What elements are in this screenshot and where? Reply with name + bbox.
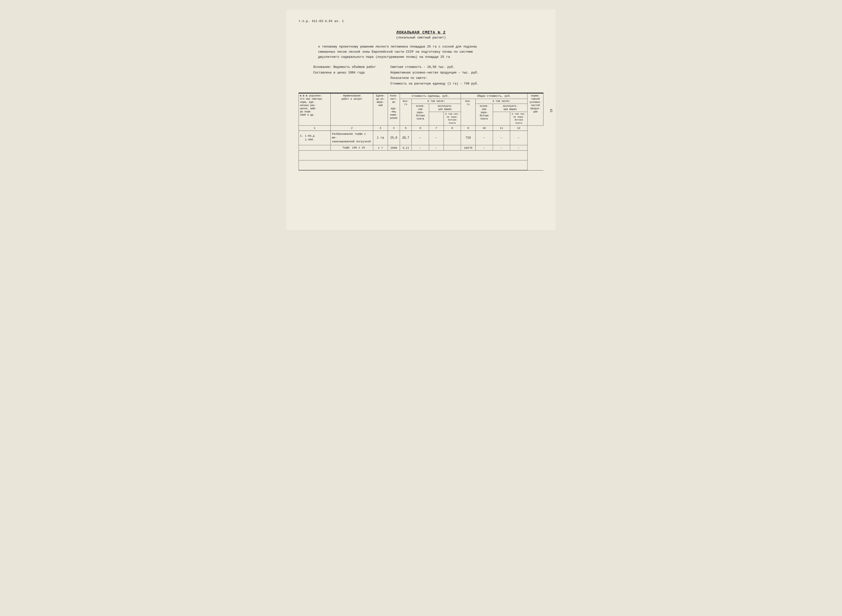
row2-col5: 4,11	[400, 145, 412, 151]
main-table: № № № укрупнен-н/п ных сметныхнорм, еди-…	[299, 93, 543, 170]
row2-col12: –	[510, 145, 528, 151]
row2-col10: –	[475, 145, 493, 151]
row2-col3: 1 т	[373, 145, 388, 151]
col-header-6: в том числе:	[412, 99, 461, 104]
meta-year: Составлена в ценах 1984 года	[313, 70, 376, 76]
main-table-wrapper: № № № укрупнен-н/п ных сметныхнорм, еди-…	[299, 92, 543, 170]
table-header-row: № № № укрупнен-н/п ных сметныхнорм, еди-…	[299, 93, 543, 99]
col-num-6: 6	[412, 126, 429, 131]
col-num-11: 11	[493, 126, 510, 131]
row1-col11: –	[493, 131, 510, 145]
row1-col5: 28,7	[400, 131, 412, 145]
col-header-11: эксплуата-ции машин	[493, 104, 527, 112]
col-header-7: эксплуата-ция машин	[429, 104, 461, 112]
meta-left: Основание: Ведомость объёмов работ Соста…	[313, 65, 376, 87]
row2-col7: –	[429, 145, 444, 151]
meta-unit-cost: Стоимость на расчетную единицу (1 га) – …	[390, 81, 478, 87]
description-line2: смешанных лесов лесной зоны Европейской …	[318, 50, 473, 54]
row2-col2: Торф: 100 х 25	[331, 145, 373, 151]
col-header-norm: норма-тивнойусловно-чистойпродук-ции	[527, 93, 543, 125]
row1-col12: –	[510, 131, 528, 145]
col-num-10: 10	[475, 126, 493, 131]
col-num-8: 8	[443, 126, 461, 131]
col-num-9: 9	[461, 126, 475, 131]
table-row: Торф: 100 х 25 1 т 2500 4,11 – – 10275 –…	[299, 145, 543, 151]
row2-col9: 10275	[461, 145, 475, 151]
col-header-cost-unit: Стоимость единицы, руб.	[400, 93, 461, 99]
document-reference: т.п.р. 411-03-4.84 ал. 1	[299, 20, 543, 23]
table-row-empty	[299, 151, 543, 160]
col-header-5: все-го	[400, 99, 412, 125]
table-col-numbers: 1 2 3 4 5 6 7 8 9 10 11 12	[299, 126, 543, 131]
row1-col4: 25,0	[388, 131, 400, 145]
col-num-12: 12	[510, 126, 528, 131]
col-header-12: в том чис-ле зара-ботнаяплата	[510, 112, 528, 125]
row1-col6: –	[412, 131, 429, 145]
col-num-1: 1	[299, 126, 331, 131]
meta-indicators: Показатели по смете:	[390, 75, 478, 81]
page: т.п.р. 411-03-4.84 ал. 1 ЛОКАЛЬНАЯ СМЕТА…	[286, 10, 556, 230]
table-row-empty-2	[299, 160, 543, 170]
row2-col11: –	[493, 145, 510, 151]
col-header-cost-total: Общая стоимость, руб.	[461, 93, 527, 99]
meta-basis: Основание: Ведомость объёмов работ	[313, 65, 376, 70]
col-num-2: 2	[331, 126, 373, 131]
row1-col8	[443, 131, 461, 145]
col-header-4: Коли-чест-воеди-ницизме-рения	[388, 93, 400, 125]
col-num-5: 5	[400, 126, 412, 131]
page-number: 19	[550, 109, 553, 112]
col-header-7a	[429, 112, 444, 125]
col-num-7: 7	[429, 126, 444, 131]
meta-cost: Сметная стоимость – 18,50 тыс. руб.	[390, 65, 478, 70]
col-header-6a: основ-наязара-ботнаяплата	[412, 104, 429, 125]
col-num-3: 3	[373, 126, 388, 131]
row1-col2: Разбрасывание торфа с ме-ханизированной …	[331, 131, 373, 145]
meta-right: Сметная стоимость – 18,50 тыс. руб. Норм…	[390, 65, 478, 87]
description-line1: к типовому проектному решению лесного пи…	[318, 45, 477, 48]
document-subtitle: (локальный сметный расчет)	[299, 36, 543, 40]
description-line3: двухлетнего сидерального пара (окультури…	[318, 55, 450, 59]
meta-block: Основание: Ведомость объёмов работ Соста…	[299, 65, 543, 87]
document-description: к типовому проектному решению лесного пи…	[299, 44, 543, 60]
row2-col4: 2500	[388, 145, 400, 151]
row1-col9: 718	[461, 131, 475, 145]
col-header-1: № № № укрупнен-н/п ных сметныхнорм, еди-…	[299, 93, 331, 125]
col-header-11a	[493, 112, 510, 125]
table-row: I. 1-65,д 1-408 Разбрасывание торфа с ме…	[299, 131, 543, 145]
col-header-9: все-го	[461, 99, 475, 125]
row1-col7: –	[429, 131, 444, 145]
row1-col10: –	[475, 131, 493, 145]
meta-norm: Нормативная условно-чистая продукция – т…	[390, 70, 478, 76]
row1-col1: I. 1-65,д 1-408	[299, 131, 331, 145]
row2-col8	[443, 145, 461, 151]
row2-col1	[299, 145, 331, 151]
col-header-10a: основ-наязара-ботнаяплата	[475, 104, 493, 125]
col-header-2: Наименованиеработ и затрат	[331, 93, 373, 125]
col-header-8: в том чис-ле зара-ботная плата	[443, 112, 461, 125]
col-header-3: Едини-цы из-мере-ний	[373, 93, 388, 125]
row1-col3: 1 га	[373, 131, 388, 145]
document-title: ЛОКАЛЬНАЯ СМЕТА № 2	[299, 30, 543, 35]
col-header-10: в том числе:	[475, 99, 528, 104]
col-num-4: 4	[388, 126, 400, 131]
title-block: ЛОКАЛЬНАЯ СМЕТА № 2 (локальный сметный р…	[299, 30, 543, 40]
row2-col6: –	[412, 145, 429, 151]
